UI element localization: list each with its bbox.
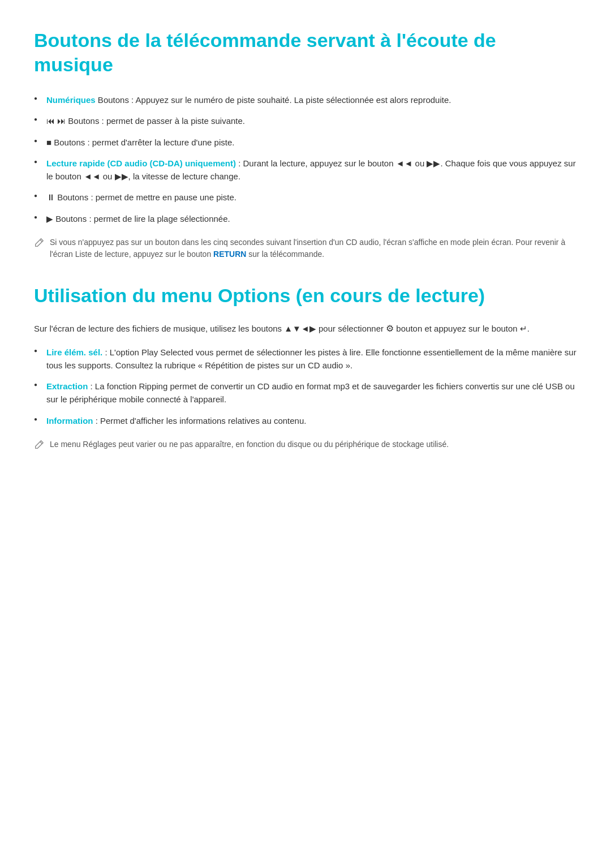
section2-list: Lire élém. sél. : L'option Play Selected… bbox=[34, 346, 577, 427]
text-extraction: : La fonction Ripping permet de converti… bbox=[46, 381, 575, 404]
list-item-stop: ■ Boutons : permet d'arrêter la lecture … bbox=[34, 136, 577, 149]
section1-list: Numériques Boutons : Appuyez sur le numé… bbox=[34, 93, 577, 225]
list-item-pause: ⏸ Boutons : permet de mettre en pause un… bbox=[34, 191, 577, 204]
list-item-lire: Lire élém. sél. : L'option Play Selected… bbox=[34, 346, 577, 372]
highlight-information: Information bbox=[46, 416, 93, 426]
highlight-lecture-rapide: Lecture rapide (CD audio (CD-DA) uniquem… bbox=[46, 158, 236, 168]
text-stop: Boutons : permet d'arrêter la lecture d'… bbox=[51, 137, 234, 147]
section1-note: Si vous n'appuyez pas sur un bouton dans… bbox=[34, 237, 577, 261]
section2-intro: Sur l'écran de lecture des fichiers de m… bbox=[34, 322, 577, 336]
text-numeriques: Boutons : Appuyez sur le numéro de piste… bbox=[96, 95, 451, 105]
list-item-skip: ⏮ ⏭ Boutons : permet de passer à la pist… bbox=[34, 114, 577, 127]
note-text-2: Le menu Réglages peut varier ou ne pas a… bbox=[50, 439, 449, 451]
section1-title: Boutons de la télécommande servant à l'é… bbox=[34, 28, 577, 76]
list-item-lecture-rapide: Lecture rapide (CD audio (CD-DA) uniquem… bbox=[34, 157, 577, 183]
highlight-lire: Lire élém. sél. bbox=[46, 347, 102, 357]
list-item-information: Information : Permet d'afficher les info… bbox=[34, 414, 577, 427]
intro-gear-symbol: ⚙ bbox=[386, 324, 394, 333]
section2-note: Le menu Réglages peut varier ou ne pas a… bbox=[34, 439, 577, 454]
highlight-numeriques: Numériques bbox=[46, 95, 96, 105]
list-item-numeriques: Numériques Boutons : Appuyez sur le numé… bbox=[34, 93, 577, 106]
note-highlight-return: RETURN bbox=[213, 250, 246, 259]
text-information: : Permet d'afficher les informations rel… bbox=[93, 416, 307, 426]
section2-title: Utilisation du menu Options (en cours de… bbox=[34, 283, 577, 308]
text-pause: Boutons : permet de mettre en pause une … bbox=[55, 192, 236, 202]
intro-end: bouton et appuyez sur le bouton ↵. bbox=[394, 324, 530, 333]
note-icon-pencil-2 bbox=[34, 440, 44, 454]
symbol-play: ▶ bbox=[46, 214, 53, 224]
list-item-extraction: Extraction : La fonction Ripping permet … bbox=[34, 380, 577, 406]
text-skip: Boutons : permet de passer à la piste su… bbox=[66, 116, 245, 126]
intro-text: Sur l'écran de lecture des fichiers de m… bbox=[34, 324, 386, 333]
note-text-1: Si vous n'appuyez pas sur un bouton dans… bbox=[50, 237, 577, 261]
highlight-extraction: Extraction bbox=[46, 381, 88, 391]
list-item-play: ▶ Boutons : permet de lire la plage séle… bbox=[34, 212, 577, 225]
symbol-stop: ■ bbox=[46, 137, 51, 147]
symbol-pause: ⏸ bbox=[46, 192, 55, 202]
note-text-end: sur la télécommande. bbox=[246, 250, 324, 259]
section-options-menu: Utilisation du menu Options (en cours de… bbox=[34, 283, 577, 453]
text-lire: : L'option Play Selected vous permet de … bbox=[46, 347, 576, 370]
text-play: Boutons : permet de lire la plage sélect… bbox=[53, 214, 230, 224]
note-icon-pencil bbox=[34, 238, 44, 252]
symbol-skip: ⏮ ⏭ bbox=[46, 116, 66, 126]
section-remote-buttons: Boutons de la télécommande servant à l'é… bbox=[34, 28, 577, 261]
